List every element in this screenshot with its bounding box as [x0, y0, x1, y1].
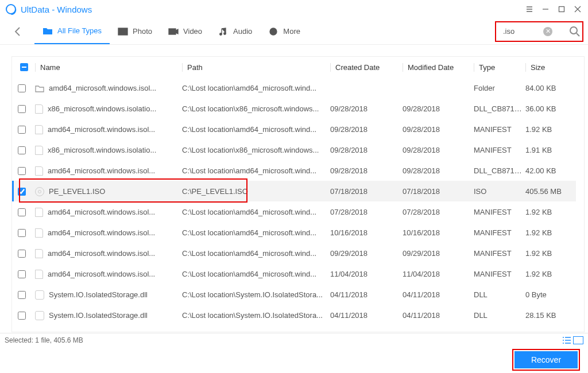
row-checkbox[interactable] [18, 312, 26, 320]
row-checkbox[interactable] [18, 84, 26, 92]
search-input[interactable] [503, 27, 543, 36]
file-icon [35, 228, 43, 238]
tab-audio[interactable]: Audio [210, 19, 260, 44]
file-icon [35, 270, 43, 279]
col-created[interactable]: Created Date [330, 63, 403, 72]
search-icon[interactable] [568, 25, 581, 38]
row-modified: 09/28/2018 [403, 146, 474, 154]
tab-video[interactable]: Video [160, 19, 210, 44]
back-button[interactable] [11, 25, 24, 38]
row-path: C:\Lost location\x86_microsoft.windows..… [182, 104, 330, 113]
row-checkbox[interactable] [18, 146, 26, 154]
dll-icon [35, 311, 44, 320]
clear-search-icon[interactable]: ✕ [543, 27, 552, 36]
row-type: DLL_CB87188C [474, 166, 525, 175]
recover-button[interactable]: Recover [514, 351, 578, 368]
row-name: amd64_microsoft.windows.isol... [48, 166, 155, 175]
row-size: 36.00 KB [525, 104, 570, 113]
folder-icon [42, 26, 53, 36]
selection-text: Selected: 1 file, 405.6 MB [5, 336, 83, 344]
list-view-icon[interactable] [562, 336, 572, 344]
disc-icon [35, 187, 44, 196]
row-name: amd64_microsoft.windows.isol... [48, 249, 155, 258]
row-name: amd64_microsoft.windows.isol... [49, 84, 156, 92]
table-row[interactable]: amd64_microsoft.windows.isol...C:\Lost l… [12, 243, 576, 263]
table-row[interactable]: x86_microsoft.windows.isolatio...C:\Lost… [12, 139, 576, 160]
row-name: PE_LEVEL1.ISO [49, 187, 105, 196]
toolbar: All File Types Photo Video Audio More ✕ [0, 18, 588, 45]
row-name: System.IO.IsolatedStorage.dll [49, 311, 148, 320]
row-created: 07/28/2018 [330, 208, 403, 216]
bottom-bar: Recover [0, 347, 588, 373]
row-created: 09/28/2018 [330, 104, 403, 113]
row-path: C:\Lost location\System.IO.IsolatedStora… [182, 290, 330, 299]
tab-photo[interactable]: Photo [110, 19, 160, 44]
row-checkbox[interactable] [18, 167, 26, 175]
row-path: C:\Lost location\System.IO.IsolatedStora… [182, 311, 330, 320]
row-checkbox[interactable] [18, 270, 26, 278]
svg-point-4 [220, 33, 222, 35]
table-row[interactable]: amd64_microsoft.windows.isol...C:\Lost l… [12, 119, 576, 139]
row-created: 09/29/2018 [330, 249, 403, 258]
row-path: C:\Lost location\amd64_microsoft.wind... [182, 125, 330, 134]
row-size: 1.92 KB [525, 249, 570, 258]
table-row[interactable]: amd64_microsoft.windows.isol...C:\Lost l… [12, 222, 576, 243]
svg-rect-1 [118, 28, 127, 35]
row-size: 28.15 KB [525, 311, 570, 320]
close-button[interactable] [570, 2, 586, 16]
file-icon [35, 208, 43, 217]
file-icon [35, 249, 43, 258]
col-path[interactable]: Path [182, 63, 330, 72]
row-modified: 09/28/2018 [403, 104, 474, 113]
row-type: MANIFEST [474, 270, 525, 278]
tab-more[interactable]: More [260, 19, 308, 44]
col-name[interactable]: Name [35, 63, 182, 72]
row-name: x86_microsoft.windows.isolatio... [48, 146, 156, 154]
row-size: 1.92 KB [525, 208, 570, 216]
row-path: C:\Lost location\amd64_microsoft.wind... [182, 208, 330, 216]
table-row[interactable]: amd64_microsoft.windows.isol...C:\Lost l… [12, 201, 576, 222]
row-checkbox[interactable] [18, 250, 26, 258]
row-created: 04/11/2018 [330, 290, 403, 299]
header-checkbox[interactable] [20, 63, 28, 71]
row-name: amd64_microsoft.windows.isol... [48, 270, 155, 278]
row-size: 1.91 KB [525, 146, 570, 154]
row-path: C:\PE_LEVEL1.ISO [182, 187, 330, 196]
svg-rect-3 [169, 29, 176, 34]
recover-highlight-box: Recover [512, 349, 580, 371]
minimize-button[interactable] [537, 2, 554, 16]
table-row[interactable]: amd64_microsoft.windows.isol...C:\Lost l… [12, 160, 576, 181]
table-row[interactable]: System.IO.IsolatedStorage.dllC:\Lost loc… [12, 305, 576, 325]
row-modified: 09/28/2018 [403, 166, 474, 175]
row-type: MANIFEST [474, 146, 525, 154]
table-row[interactable]: x86_microsoft.windows.isolatio...C:\Lost… [12, 98, 576, 119]
col-type[interactable]: Type [474, 63, 525, 72]
table-row[interactable]: System.IO.IsolatedStorage.dllC:\Lost loc… [12, 284, 576, 305]
row-size: 1.92 KB [525, 125, 570, 134]
search-highlight-box: ✕ [495, 21, 583, 42]
row-checkbox[interactable] [18, 105, 26, 113]
photo-icon [118, 27, 128, 36]
row-checkbox[interactable] [18, 126, 26, 134]
row-checkbox[interactable] [18, 229, 26, 237]
row-created: 09/28/2018 [330, 166, 403, 175]
table-row[interactable]: amd64_microsoft.windows.isol...C:\Lost l… [12, 77, 576, 98]
row-checkbox[interactable] [18, 188, 26, 196]
video-icon [168, 27, 179, 36]
table-row[interactable]: PE_LEVEL1.ISOC:\PE_LEVEL1.ISO07/18/20180… [12, 181, 576, 201]
svg-point-2 [121, 29, 122, 31]
table-row[interactable]: amd64_microsoft.windows.isol...C:\Lost l… [12, 263, 576, 284]
col-size[interactable]: Size [525, 63, 570, 72]
row-checkbox[interactable] [18, 208, 26, 216]
row-name: x86_microsoft.windows.isolatio... [48, 104, 156, 113]
grid-view-icon[interactable] [573, 336, 583, 344]
row-type: Folder [474, 84, 525, 92]
maximize-button[interactable] [554, 2, 570, 16]
row-type: ISO [474, 187, 525, 196]
col-modified[interactable]: Modified Date [403, 63, 474, 72]
hamburger-icon[interactable] [521, 2, 537, 16]
row-path: C:\Lost location\amd64_microsoft.wind... [182, 249, 330, 258]
row-name: System.IO.IsolatedStorage.dll [49, 290, 148, 299]
tab-all-file-types[interactable]: All File Types [34, 19, 110, 44]
row-checkbox[interactable] [18, 291, 26, 299]
